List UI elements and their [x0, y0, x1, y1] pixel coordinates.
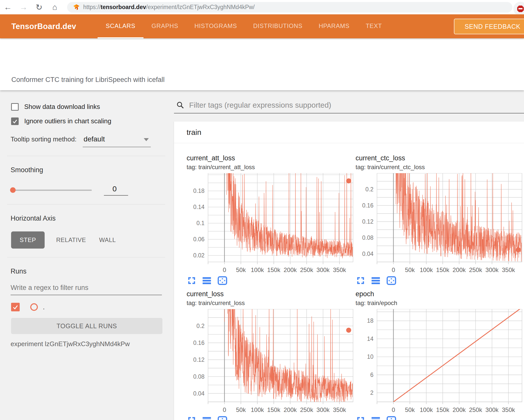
app-header: TensorBoard.dev SCALARS GRAPHS HISTOGRAM…	[0, 14, 524, 38]
svg-text:200k: 200k	[453, 406, 466, 413]
fit-domain-icon[interactable]	[217, 416, 227, 420]
sidebar-divider	[7, 156, 165, 156]
runs-menu-icon[interactable]	[371, 416, 381, 420]
tab-hparams[interactable]: HPARAMS	[311, 14, 358, 38]
svg-text:100k: 100k	[251, 266, 264, 273]
chart-tag: tag: train/epoch	[356, 299, 524, 307]
refresh-icon[interactable]: ↻	[31, 3, 47, 12]
axis-step-button[interactable]: STEP	[11, 231, 45, 249]
svg-text:250k: 250k	[300, 266, 313, 273]
svg-text:350k: 350k	[502, 406, 515, 413]
axis-wall-button[interactable]: WALL	[93, 231, 122, 249]
svg-text:350k: 350k	[333, 406, 346, 413]
svg-text:10: 10	[367, 353, 373, 360]
chart-title: epoch	[356, 290, 524, 298]
svg-text:0.14: 0.14	[193, 204, 205, 210]
fullscreen-icon[interactable]	[187, 416, 196, 420]
svg-text:0.2: 0.2	[365, 186, 373, 193]
svg-text:200k: 200k	[284, 406, 297, 413]
line-chart[interactable]: 0.020.060.10.140.18050k100k150k200k250k3…	[187, 173, 353, 275]
tag-filter-input[interactable]	[189, 101, 524, 109]
svg-text:0.04: 0.04	[362, 251, 373, 257]
runs-filter-input[interactable]	[11, 284, 162, 292]
send-feedback-button[interactable]: SEND FEEDBACK	[454, 19, 524, 34]
settings-sidebar: Show data download links Ignore outliers…	[0, 90, 166, 420]
tooltip-sorting-label: Tooltip sorting method:	[11, 135, 77, 143]
back-icon[interactable]: ←	[0, 3, 16, 12]
experiment-id-note: experiment lzGnETjwRxC3yghNMd4kPw	[11, 340, 165, 348]
fit-domain-icon[interactable]	[386, 276, 396, 285]
chart-toolbar	[187, 416, 356, 420]
run-color-swatch	[30, 303, 38, 311]
brand-title: TensorBoard.dev	[11, 22, 76, 31]
runs-menu-icon[interactable]	[202, 416, 212, 420]
horizontal-axis-heading: Horizontal Axis	[11, 215, 165, 222]
svg-text:0.02: 0.02	[193, 252, 205, 259]
dashboard-main: train current_att_loss tag: train/curren…	[166, 90, 524, 420]
chart-tag: tag: train/current_ctc_loss	[356, 164, 524, 171]
experiment-title-band: Conformer CTC training for LibriSpeech w…	[0, 38, 524, 90]
svg-text:300k: 300k	[485, 406, 499, 413]
forward-icon[interactable]: →	[16, 3, 31, 12]
tooltip-sorting-select[interactable]: default	[83, 135, 151, 147]
runs-menu-icon[interactable]	[202, 276, 212, 285]
svg-text:0: 0	[223, 406, 226, 413]
line-chart[interactable]: 0.040.080.120.160.2050k100k150k200k250k3…	[187, 309, 353, 415]
svg-text:18: 18	[367, 317, 373, 324]
scalar-chart-card: epoch tag: train/epoch 26101418050k100k1…	[356, 290, 524, 420]
fullscreen-icon[interactable]	[187, 276, 196, 285]
run-name: .	[43, 303, 45, 311]
svg-text:150k: 150k	[436, 406, 450, 413]
svg-text:350k: 350k	[502, 266, 515, 273]
tab-graphs[interactable]: GRAPHS	[143, 14, 186, 38]
svg-text:200k: 200k	[284, 266, 297, 273]
axis-relative-button[interactable]: RELATIVE	[50, 231, 93, 249]
tooltip-sorting-value: default	[84, 135, 105, 143]
tab-text[interactable]: TEXT	[358, 14, 390, 38]
chart-title: current_loss	[187, 290, 356, 298]
svg-text:150k: 150k	[267, 266, 281, 273]
svg-text:0.2: 0.2	[196, 323, 205, 329]
svg-text:300k: 300k	[316, 406, 330, 413]
toggle-all-runs-button[interactable]: TOGGLE ALL RUNS	[11, 318, 162, 334]
ignore-outliers-label: Ignore outliers in chart scaling	[24, 117, 111, 125]
address-bar[interactable]: https://tensorboard.dev/experiment/lzGnE…	[67, 2, 512, 13]
svg-text:50k: 50k	[405, 266, 415, 273]
svg-text:300k: 300k	[316, 266, 330, 273]
tab-distributions[interactable]: DISTRIBUTIONS	[245, 14, 311, 38]
runs-menu-icon[interactable]	[371, 276, 381, 285]
train-section-header[interactable]: train	[174, 122, 524, 143]
tab-histograms[interactable]: HISTOGRAMS	[186, 14, 245, 38]
svg-text:250k: 250k	[300, 406, 313, 413]
extension-icon[interactable]	[513, 2, 524, 16]
show-download-links-checkbox[interactable]	[11, 103, 19, 111]
smoothing-value[interactable]: 0	[104, 185, 128, 196]
fullscreen-icon[interactable]	[356, 276, 365, 285]
fit-domain-icon[interactable]	[386, 416, 396, 420]
line-chart[interactable]: 26101418050k100k150k200k250k300k350k	[356, 309, 522, 415]
svg-text:150k: 150k	[436, 266, 450, 273]
svg-text:350k: 350k	[333, 266, 346, 273]
search-icon	[177, 101, 184, 109]
run-checkbox[interactable]	[11, 303, 20, 311]
sidebar-divider	[7, 257, 165, 257]
ignore-outliers-checkbox[interactable]	[11, 117, 19, 125]
fullscreen-icon[interactable]	[356, 416, 365, 420]
svg-text:0.18: 0.18	[193, 188, 205, 194]
svg-text:200k: 200k	[453, 266, 466, 273]
home-icon[interactable]: ⌂	[47, 3, 63, 12]
line-chart[interactable]: 0.040.080.120.160.2050k100k150k200k250k3…	[356, 173, 522, 275]
svg-text:0.1: 0.1	[196, 220, 205, 226]
fit-domain-icon[interactable]	[217, 276, 227, 285]
svg-text:0: 0	[223, 266, 226, 273]
svg-text:0.16: 0.16	[362, 202, 373, 209]
svg-text:0.08: 0.08	[362, 234, 373, 241]
smoothing-slider-thumb[interactable]	[10, 187, 16, 193]
smoothing-slider[interactable]	[11, 190, 92, 191]
tab-scalars[interactable]: SCALARS	[98, 14, 143, 38]
experiment-title: Conformer CTC training for LibriSpeech w…	[11, 76, 165, 84]
show-download-links-label: Show data download links	[24, 103, 100, 111]
scalar-chart-card: current_loss tag: train/current_loss 0.0…	[187, 290, 356, 420]
chart-title: current_att_loss	[187, 154, 356, 162]
svg-text:0: 0	[392, 406, 395, 413]
